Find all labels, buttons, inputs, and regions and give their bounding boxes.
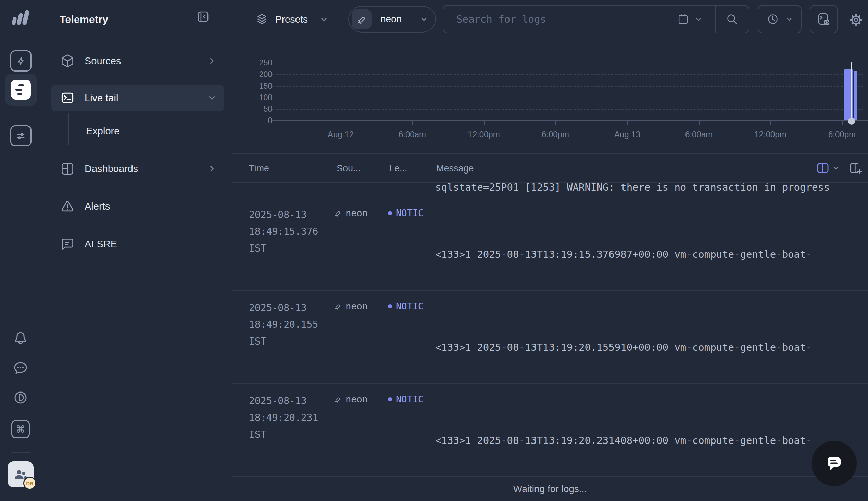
chevron-down-icon <box>785 15 793 23</box>
log-message: <133>1 2025-08-13T13:19:20.231408+00:00 … <box>435 388 868 476</box>
sidebar-item-alerts[interactable]: Alerts <box>51 193 224 220</box>
clipped-log-text: sqlstate=25P01 [1253] WARNING: there is … <box>435 183 830 193</box>
antenna-icon <box>333 301 342 311</box>
lightning-icon <box>14 54 28 68</box>
log-source: neon <box>333 301 368 311</box>
log-time: 2025-08-13 18:49:15.376 IST <box>249 206 318 257</box>
y-tick-label: 250 <box>252 58 272 67</box>
chevron-down-icon <box>420 15 428 24</box>
command-palette-button[interactable]: ⌘ <box>11 420 30 438</box>
x-tick <box>555 121 556 125</box>
x-tick <box>484 121 485 125</box>
log-search-group <box>443 5 749 33</box>
add-column-icon[interactable] <box>849 161 862 175</box>
log-level: NOTIC <box>388 208 424 218</box>
log-table-header: Time Sou... Le... Message <box>232 153 868 183</box>
column-header-time[interactable]: Time <box>249 163 269 174</box>
y-tick-label: 200 <box>252 70 272 79</box>
source-selector[interactable]: neon <box>348 6 436 32</box>
date-filter-button[interactable] <box>664 6 715 32</box>
theme-contrast-icon[interactable] <box>12 390 29 406</box>
calendar-icon <box>677 13 690 26</box>
log-message: <133>1 2025-08-13T13:19:15.376987+00:00 … <box>435 202 868 290</box>
column-header-level[interactable]: Le... <box>389 163 407 174</box>
log-row[interactable]: 2025-08-13 18:49:20.231 IST neon NOTIC <… <box>232 383 868 476</box>
rail-item-controls[interactable] <box>10 125 32 147</box>
sidebar-item-label: Alerts <box>85 201 217 212</box>
column-header-message[interactable]: Message <box>436 163 474 174</box>
sidebar-item-sources[interactable]: Sources <box>51 47 224 74</box>
presets-label: Presets <box>275 14 308 25</box>
x-tick <box>842 121 843 125</box>
sidebar: Telemetry Sources Live tail <box>42 0 233 501</box>
icon-rail: ⌘ DR <box>0 0 42 501</box>
y-tick-label: 0 <box>252 116 272 125</box>
log-volume-chart: 250 200 150 100 50 0 Aug 12 6:00am 12:00… <box>232 40 868 153</box>
feedback-chat-icon[interactable] <box>12 360 29 376</box>
live-cursor-line[interactable] <box>851 62 852 121</box>
x-tick-label: 6:00am <box>399 130 426 139</box>
x-axis <box>272 120 868 121</box>
rail-divider <box>11 452 30 453</box>
layers-icon <box>255 12 269 28</box>
logs-icon <box>11 80 31 99</box>
sliders-icon <box>14 129 28 143</box>
query-editor-button[interactable] <box>810 5 838 33</box>
clock-icon <box>766 12 780 26</box>
x-tick <box>770 121 771 125</box>
sidebar-item-live-tail[interactable]: Live tail <box>51 85 224 111</box>
log-row[interactable]: 2025-08-13 18:49:15.376 IST neon NOTIC <… <box>232 197 868 290</box>
log-row[interactable]: 2025-08-13 18:49:20.155 IST neon NOTIC <… <box>232 290 868 383</box>
cube-icon <box>60 53 75 68</box>
x-tick <box>341 121 341 125</box>
sidebar-item-ai-sre[interactable]: AI SRE <box>51 231 224 257</box>
antenna-icon <box>333 209 342 218</box>
search-icon <box>725 12 739 26</box>
notifications-bell-icon[interactable] <box>12 330 29 346</box>
sidebar-item-explore[interactable]: Explore <box>51 118 224 145</box>
x-tick-label: 6:00am <box>685 130 712 139</box>
y-tick-label: 50 <box>252 104 272 114</box>
y-tick-label: 100 <box>252 93 272 102</box>
gridline <box>272 109 863 109</box>
sidebar-item-dashboards[interactable]: Dashboards <box>51 156 224 182</box>
page-title: Telemetry <box>60 14 108 25</box>
chevron-right-icon <box>207 56 217 66</box>
clipped-log-row[interactable]: sqlstate=25P01 [1253] WARNING: there is … <box>232 183 868 197</box>
log-level: NOTIC <box>388 301 424 311</box>
log-message: <133>1 2025-08-13T13:19:20.155910+00:00 … <box>435 295 868 383</box>
support-chat-button[interactable] <box>812 441 857 486</box>
gridline <box>272 63 863 63</box>
chevron-down-icon[interactable] <box>832 164 840 172</box>
message-square-icon <box>60 236 75 252</box>
log-level: NOTIC <box>388 394 424 405</box>
rail-item-logs-active[interactable] <box>5 74 37 106</box>
x-tick-label: 6:00pm <box>542 130 569 139</box>
live-cursor-handle[interactable] <box>848 118 855 125</box>
rail-item-quickstart[interactable] <box>10 50 32 72</box>
x-tick-label: Aug 12 <box>328 130 354 139</box>
sidebar-item-label: Explore <box>86 126 119 137</box>
sidebar-item-label: AI SRE <box>85 238 217 250</box>
presets-dropdown[interactable]: Presets <box>255 10 328 30</box>
x-tick <box>627 121 628 125</box>
time-range-dropdown[interactable] <box>758 5 802 33</box>
log-source: neon <box>333 208 368 218</box>
waiting-status-text: Waiting for logs... <box>513 483 587 494</box>
x-tick-label: 12:00pm <box>754 130 786 139</box>
column-layout-icon[interactable] <box>816 161 830 175</box>
sidebar-collapse-button[interactable] <box>195 9 211 25</box>
workspace-logo-icon[interactable] <box>10 8 32 28</box>
level-dot-icon <box>388 211 392 215</box>
search-input[interactable] <box>443 6 664 32</box>
run-search-button[interactable] <box>716 6 749 32</box>
sidebar-item-label: Dashboards <box>85 163 207 174</box>
level-dot-icon <box>388 304 392 308</box>
column-header-source[interactable]: Sou... <box>337 163 361 174</box>
terminal-code-icon <box>816 12 832 27</box>
histogram-bar <box>854 71 857 120</box>
waiting-status: Waiting for logs... <box>232 476 868 501</box>
command-icon: ⌘ <box>16 424 25 435</box>
gridline <box>272 97 863 98</box>
settings-gear-icon[interactable] <box>848 12 864 28</box>
